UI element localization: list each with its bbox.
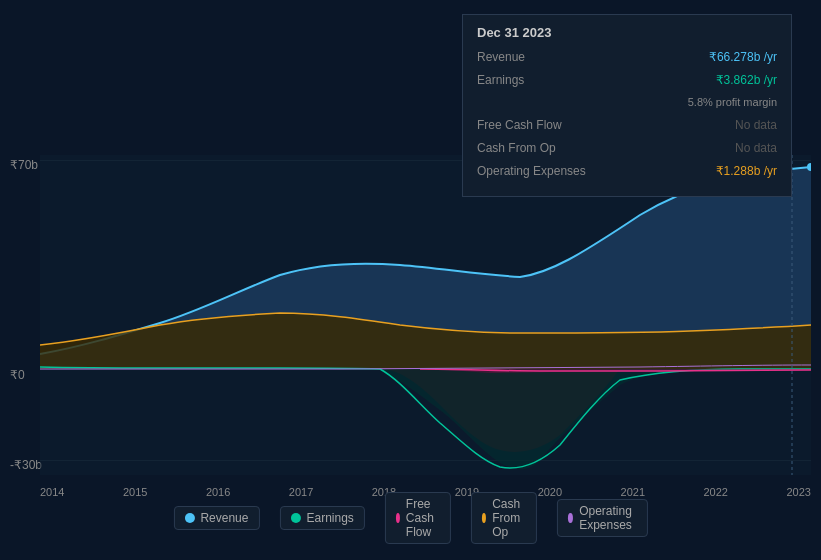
x-label-2014: 2014 — [40, 486, 64, 498]
legend-fcf-dot — [396, 513, 400, 523]
y-label-zero: ₹0 — [10, 368, 25, 382]
legend-earnings-dot — [290, 513, 300, 523]
x-label-2015: 2015 — [123, 486, 147, 498]
chart-legend: Revenue Earnings Free Cash Flow Cash Fro… — [173, 492, 647, 544]
legend-opex-label: Operating Expenses — [579, 504, 636, 532]
tooltip: Dec 31 2023 Revenue ₹66.278b /yr Earning… — [462, 14, 792, 197]
tooltip-profit-margin: 5.8% profit margin — [688, 94, 777, 112]
tooltip-fcf-value: No data — [735, 116, 777, 135]
tooltip-revenue-row: Revenue ₹66.278b /yr — [477, 48, 777, 67]
tooltip-earnings-row: Earnings ₹3.862b /yr — [477, 71, 777, 90]
legend-opex-dot — [568, 513, 573, 523]
legend-revenue[interactable]: Revenue — [173, 506, 259, 530]
tooltip-opex-value: ₹1.288b /yr — [716, 162, 777, 181]
y-label-top: ₹70b — [10, 158, 38, 172]
tooltip-profit-margin-row: 5.8% profit margin — [477, 94, 777, 112]
tooltip-fcf-label: Free Cash Flow — [477, 116, 597, 135]
tooltip-opex-label: Operating Expenses — [477, 162, 597, 181]
legend-fcf-label: Free Cash Flow — [406, 497, 440, 539]
x-label-2023: 2023 — [786, 486, 810, 498]
tooltip-cashop-value: No data — [735, 139, 777, 158]
legend-earnings-label: Earnings — [306, 511, 353, 525]
legend-revenue-dot — [184, 513, 194, 523]
tooltip-cashop-label: Cash From Op — [477, 139, 597, 158]
tooltip-revenue-value: ₹66.278b /yr — [709, 48, 777, 67]
tooltip-opex-row: Operating Expenses ₹1.288b /yr — [477, 162, 777, 181]
legend-fcf[interactable]: Free Cash Flow — [385, 492, 451, 544]
legend-revenue-label: Revenue — [200, 511, 248, 525]
chart-container: Dec 31 2023 Revenue ₹66.278b /yr Earning… — [0, 0, 821, 560]
legend-cashop-dot — [482, 513, 486, 523]
tooltip-revenue-label: Revenue — [477, 48, 597, 67]
chart-svg — [40, 155, 811, 475]
legend-cashop-label: Cash From Op — [492, 497, 526, 539]
legend-opex[interactable]: Operating Expenses — [557, 499, 648, 537]
legend-cashop[interactable]: Cash From Op — [471, 492, 537, 544]
tooltip-date: Dec 31 2023 — [477, 25, 777, 40]
legend-earnings[interactable]: Earnings — [279, 506, 364, 530]
tooltip-fcf-row: Free Cash Flow No data — [477, 116, 777, 135]
tooltip-cashop-row: Cash From Op No data — [477, 139, 777, 158]
tooltip-earnings-value: ₹3.862b /yr — [716, 71, 777, 90]
y-label-neg: -₹30b — [10, 458, 42, 472]
tooltip-earnings-label: Earnings — [477, 71, 597, 90]
x-label-2022: 2022 — [704, 486, 728, 498]
